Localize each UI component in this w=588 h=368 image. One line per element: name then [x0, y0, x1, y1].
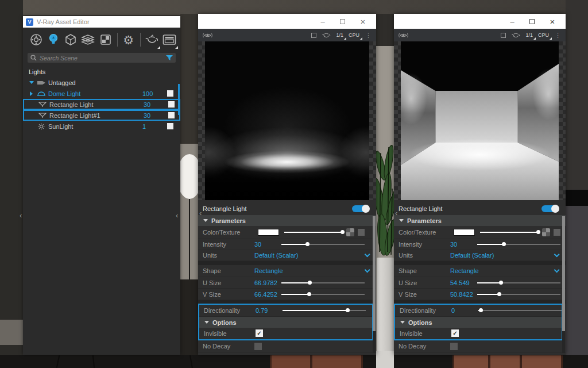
- slider-knob[interactable]: [497, 292, 501, 296]
- region-render-icon[interactable]: [501, 33, 506, 38]
- slider-knob[interactable]: [341, 230, 345, 234]
- options-section-header[interactable]: Options: [199, 317, 372, 328]
- materials-icon[interactable]: [30, 33, 43, 47]
- intensity-slider[interactable]: [477, 244, 560, 245]
- slider-knob[interactable]: [308, 281, 312, 285]
- v-size-value[interactable]: 66.4252: [254, 291, 277, 298]
- directionality-value[interactable]: 0: [451, 307, 455, 314]
- v-size-slider[interactable]: [477, 294, 560, 295]
- invisible-checkbox[interactable]: ✓: [451, 329, 459, 337]
- expand-arrow-icon[interactable]: [30, 91, 33, 96]
- texture-slot-icon[interactable]: [542, 228, 550, 236]
- directionality-value[interactable]: 0.79: [256, 307, 268, 314]
- settings-icon[interactable]: ⚙: [122, 33, 135, 47]
- parameters-section-header[interactable]: Parameters: [198, 215, 376, 226]
- maximize-button[interactable]: [334, 14, 351, 29]
- light-enable-toggle[interactable]: [352, 205, 369, 212]
- color-swatch[interactable]: [258, 229, 279, 236]
- light-enable-toggle[interactable]: [541, 205, 559, 212]
- chevron-down-icon[interactable]: [365, 251, 370, 257]
- panel-flyout-left-arrow[interactable]: ‹: [20, 213, 22, 218]
- render-teapot-icon[interactable]: [511, 32, 520, 39]
- directionality-slider[interactable]: [478, 310, 562, 311]
- collapse-arrow-icon[interactable]: [29, 81, 34, 84]
- menu-dots-icon[interactable]: ⋮: [555, 32, 561, 39]
- params-scrollbar[interactable]: [373, 216, 376, 353]
- render-teapot-icon[interactable]: [322, 32, 331, 39]
- slider-knob[interactable]: [479, 308, 483, 312]
- search-scene-box[interactable]: [28, 53, 176, 63]
- tree-row-rectangle-light[interactable]: Rectangle Light 30: [23, 99, 180, 110]
- frame-count-select[interactable]: 1/1: [525, 32, 533, 38]
- light-enabled-checkbox[interactable]: [167, 123, 173, 129]
- search-input[interactable]: [40, 55, 163, 62]
- color-swatch[interactable]: [454, 229, 475, 236]
- close-button[interactable]: ×: [354, 14, 372, 29]
- close-button[interactable]: ×: [544, 14, 561, 29]
- slider-knob[interactable]: [499, 281, 503, 285]
- render-elements-icon[interactable]: [81, 33, 95, 47]
- shape-value[interactable]: Rectangle: [254, 267, 283, 274]
- window-titlebar[interactable]: – ×: [394, 14, 566, 29]
- intensity-slider[interactable]: [281, 244, 365, 245]
- color-slider[interactable]: [284, 232, 344, 233]
- follow-mouse-eye-icon[interactable]: [203, 32, 212, 39]
- chevron-down-icon[interactable]: [554, 251, 560, 257]
- options-section-header[interactable]: Options: [395, 317, 562, 328]
- chevron-down-icon[interactable]: [554, 267, 560, 273]
- maximize-button[interactable]: [523, 14, 540, 29]
- scrollbar-thumb[interactable]: [562, 216, 565, 331]
- no-decay-checkbox[interactable]: ✓: [254, 343, 262, 350]
- shape-value[interactable]: Rectangle: [450, 267, 479, 274]
- slider-knob[interactable]: [536, 230, 540, 234]
- parameters-section-header[interactable]: Parameters: [394, 215, 566, 226]
- follow-mouse-eye-icon[interactable]: [399, 32, 408, 39]
- units-value[interactable]: Default (Scalar): [254, 252, 298, 259]
- no-decay-checkbox[interactable]: ✓: [450, 343, 458, 350]
- menu-dots-icon[interactable]: ⋮: [365, 32, 372, 39]
- filter-icon[interactable]: [166, 55, 173, 60]
- u-size-value[interactable]: 54.549: [450, 279, 470, 286]
- slider-knob[interactable]: [305, 242, 310, 246]
- slider-knob[interactable]: [307, 292, 311, 296]
- slider-knob[interactable]: [502, 242, 506, 246]
- units-value[interactable]: Default (Scalar): [450, 252, 494, 259]
- texture-slot-icon[interactable]: [346, 228, 354, 236]
- panel-flyout-right-arrow[interactable]: ‹: [176, 213, 178, 218]
- region-render-icon[interactable]: [311, 33, 316, 38]
- texture-clear-button[interactable]: [554, 229, 560, 236]
- chevron-down-icon[interactable]: [365, 267, 370, 273]
- u-size-slider[interactable]: [281, 282, 365, 283]
- intensity-value[interactable]: 30: [450, 241, 457, 248]
- vfb1-flyout-arrow[interactable]: ‹: [199, 210, 202, 216]
- engine-select[interactable]: CPU: [538, 32, 549, 38]
- frame-count-select[interactable]: 1/1: [336, 32, 343, 38]
- intensity-value[interactable]: 30: [254, 241, 261, 248]
- color-slider[interactable]: [480, 232, 540, 233]
- v-size-slider[interactable]: [281, 294, 365, 295]
- texture-clear-button[interactable]: [358, 229, 365, 236]
- slider-knob[interactable]: [346, 308, 350, 312]
- render-teapot-icon[interactable]: [145, 33, 158, 47]
- light-enabled-checkbox[interactable]: [168, 101, 175, 108]
- textures-icon[interactable]: [99, 33, 112, 47]
- vfb2-flyout-arrow[interactable]: ‹: [395, 210, 397, 216]
- params-scrollbar[interactable]: [562, 216, 565, 353]
- v-size-value[interactable]: 50.8422: [450, 291, 473, 298]
- tree-scroll-indicator[interactable]: [178, 84, 180, 115]
- tree-row-untagged[interactable]: Untagged: [23, 77, 180, 88]
- asset-editor-titlebar[interactable]: V V-Ray Asset Editor: [23, 16, 180, 28]
- geometry-icon[interactable]: [64, 33, 78, 47]
- tree-row-dome-light[interactable]: Dome Light 100: [23, 88, 180, 99]
- tree-row-rectangle-light-1[interactable]: Rectangle Light#1 30: [23, 110, 180, 121]
- invisible-checkbox[interactable]: ✓: [256, 329, 263, 337]
- tree-row-sunlight[interactable]: SunLight 1: [23, 121, 180, 132]
- light-enabled-checkbox[interactable]: [168, 112, 175, 118]
- directionality-slider[interactable]: [283, 310, 366, 311]
- window-titlebar[interactable]: – ×: [198, 14, 376, 29]
- minimize-button[interactable]: –: [504, 14, 521, 29]
- minimize-button[interactable]: –: [314, 14, 331, 29]
- scrollbar-thumb[interactable]: [373, 216, 376, 331]
- engine-select[interactable]: CPU: [349, 32, 359, 38]
- lights-icon[interactable]: [47, 33, 60, 47]
